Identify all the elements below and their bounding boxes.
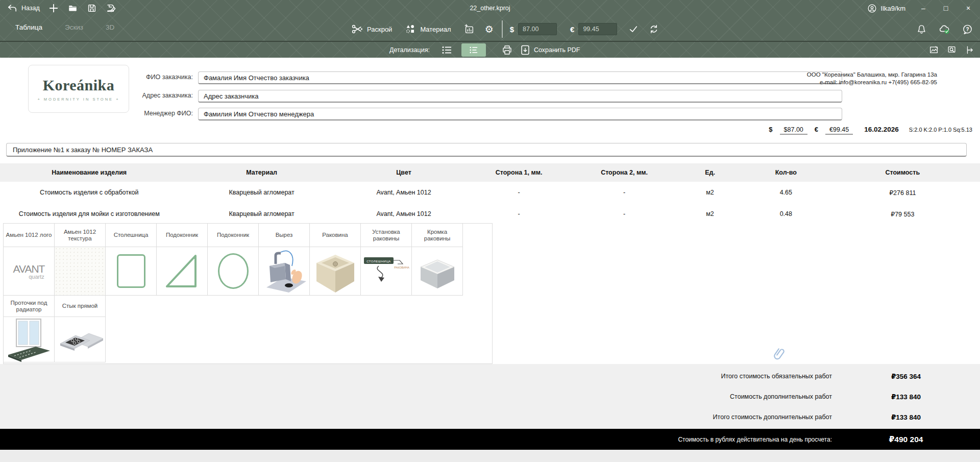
customer-name-input[interactable] <box>198 71 842 84</box>
tab-table[interactable]: Таблица <box>15 23 42 31</box>
attachment-button[interactable] <box>772 347 787 362</box>
detail-view-detailed-button[interactable] <box>461 43 486 57</box>
calc-date: 16.02.2026 <box>864 126 899 133</box>
cell-material: Кварцевый агломерат <box>178 182 345 203</box>
thumb-straight-joint[interactable] <box>55 317 106 362</box>
zoom-region-button[interactable] <box>947 45 957 55</box>
detail-view-simple-button[interactable] <box>438 43 455 57</box>
usd-rate-value[interactable]: $87.00 <box>780 126 807 135</box>
thumb-texture[interactable] <box>55 247 106 296</box>
thumbnail-grid: Амьен 1012 лого Амьен 1012 текстура Стол… <box>3 223 493 364</box>
stone-texture-swatch <box>55 247 105 295</box>
svg-text:?: ? <box>966 26 969 32</box>
order-title-input[interactable] <box>6 143 967 157</box>
manager-name-input[interactable] <box>198 108 842 120</box>
col-header-name: Наименование изделия <box>0 163 178 182</box>
table-header: Наименование изделия Материал Цвет Сторо… <box>0 163 980 182</box>
thumb-windowsill-triangle[interactable] <box>157 247 208 296</box>
save-pdf-label: Сохранить PDF <box>534 46 580 54</box>
paperclip-icon <box>771 346 789 363</box>
sink-image <box>310 248 360 295</box>
print-button[interactable] <box>501 44 513 56</box>
save-button[interactable] <box>87 3 97 13</box>
user-account[interactable]: Ilka9/km <box>867 4 905 13</box>
sketch-preview-button[interactable] <box>929 45 939 55</box>
totals-section: Итого стоимость обязательных работ ₽356 … <box>0 364 980 429</box>
cell-cost: ₽276 811 <box>825 182 980 203</box>
dimensions-button[interactable] <box>965 45 975 55</box>
thumb-label: Подоконник <box>157 224 208 247</box>
rates-row: $ $87.00 € €99.45 16.02.2026 S:2.0 K:2.0… <box>769 126 972 135</box>
total-required-value: ₽356 364 <box>832 372 980 380</box>
tab-3d[interactable]: 3D <box>106 23 114 31</box>
cell-cost: ₽79 553 <box>825 203 980 225</box>
window-title: 22_other.kproj <box>0 0 980 16</box>
open-project-button[interactable] <box>67 3 78 13</box>
col-header-cost: Стоимость <box>825 163 980 182</box>
thumb-countertop-shape[interactable] <box>106 247 157 296</box>
eur-sign: € <box>815 126 818 133</box>
thumb-label: Кромка раковины <box>412 224 463 247</box>
back-icon <box>7 4 17 13</box>
check-icon <box>628 25 639 34</box>
cloud-sync-button[interactable] <box>938 24 951 35</box>
thumb-windowsill-ellipse[interactable] <box>208 247 259 296</box>
material-button[interactable]: Материал <box>405 24 451 34</box>
thumb-sink-install[interactable]: СТОЛЕШНИЦА РАКОВИНА <box>361 247 412 296</box>
save-as-button[interactable] <box>106 3 116 13</box>
eur-rate-input[interactable] <box>578 23 617 35</box>
customer-address-input[interactable] <box>198 90 842 103</box>
total-additional-label: Стоимость дополнительных работ <box>730 393 832 400</box>
thumb-radiator-grooves[interactable] <box>4 317 55 362</box>
eur-symbol: € <box>570 25 574 34</box>
usd-rate-input[interactable] <box>518 23 557 35</box>
col-header-unit: Ед. <box>673 163 747 182</box>
usd-sign: $ <box>769 126 772 133</box>
col-header-side1: Сторона 1, мм. <box>462 163 575 182</box>
grand-total-label: Стоимость в рублях действительна на день… <box>678 436 832 443</box>
cell-unit: м2 <box>673 182 747 203</box>
close-button[interactable]: × <box>964 4 973 12</box>
refresh-rates-button[interactable] <box>649 24 659 34</box>
save-pdf-button[interactable] <box>520 44 530 56</box>
cloud-check-icon <box>938 24 951 35</box>
thumb-label: Установка раковины <box>361 224 412 247</box>
thumb-label: Вырез <box>259 224 310 247</box>
save-icon <box>87 3 97 13</box>
new-project-button[interactable] <box>48 3 59 13</box>
col-header-qty: Кол-во <box>747 163 825 182</box>
help-icon: ? <box>962 24 973 35</box>
countertop-joint-image <box>55 317 105 362</box>
thumb-sink[interactable] <box>310 247 361 296</box>
thumb-label: Амьен 1012 текстура <box>55 224 106 247</box>
cell-name: Стоимость изделия с обработкой <box>0 182 178 203</box>
eur-rate-value[interactable]: €99.45 <box>825 126 853 135</box>
dimension-icon <box>965 45 975 55</box>
thumb-sink-edge[interactable] <box>412 247 463 296</box>
back-button[interactable]: Назад <box>7 4 40 13</box>
sink-edge-image <box>412 248 462 295</box>
report-button[interactable] <box>463 23 475 35</box>
table-row: Стоимость изделия для мойки с изготовлен… <box>0 203 980 225</box>
bottom-strip <box>0 450 980 462</box>
header-divider <box>0 41 980 42</box>
cell-material: Кварцевый агломерат <box>178 203 345 225</box>
help-button[interactable]: ? <box>962 24 973 35</box>
table-row: Стоимость изделия с обработкой Кварцевый… <box>0 182 980 203</box>
thumb-cutout[interactable] <box>259 247 310 296</box>
toolbar-divider <box>502 20 503 38</box>
company-info: ООО "Кореаника" Балашиха, мкр. Гагарина … <box>807 71 937 86</box>
cutting-button[interactable]: Раскрой <box>351 24 392 34</box>
thumb-avant-logo[interactable]: AVANT quartz <box>4 247 55 296</box>
apply-rates-button[interactable] <box>628 25 639 34</box>
notifications-button[interactable] <box>916 24 927 35</box>
coefficients: S:2.0 K:2.0 P:1.0 Sq:5.13 <box>909 127 972 133</box>
grand-total-bar: Стоимость в рублях действительна на день… <box>0 429 980 450</box>
ellipse-outline <box>218 253 249 289</box>
tab-sketch[interactable]: Эскиз <box>65 23 83 31</box>
thumb-label: Раковина <box>310 224 361 247</box>
maximize-button[interactable]: □ <box>941 4 950 12</box>
settings-button[interactable]: ⚙ <box>485 23 494 35</box>
usd-symbol: $ <box>510 25 514 34</box>
minimize-button[interactable]: – <box>919 4 928 12</box>
